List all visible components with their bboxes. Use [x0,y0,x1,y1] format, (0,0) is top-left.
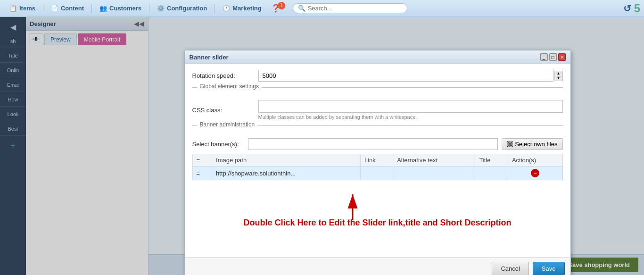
delete-row-button[interactable]: − [531,169,539,177]
marketing-icon: 🕐 [223,5,230,12]
css-class-label: CSS class: [192,107,254,114]
modal-footer: Cancel Save [185,258,570,275]
nav-sep-1 [43,4,43,13]
banner-admin-section: Banner administration Select banner(s): … [192,125,563,246]
search-input[interactable] [308,5,402,12]
nav-items[interactable]: 📋 Items [4,3,41,14]
sidebar-item-sh[interactable]: sh [0,34,26,48]
col-link: Link [361,154,393,167]
modal-minimize-button[interactable]: _ [540,53,548,61]
sidebar-item-look[interactable]: Look [0,108,26,121]
row-actions: − [508,167,562,180]
sidebar-item-onlin[interactable]: Onlin [0,64,26,77]
modal-controls: _ □ ✕ [540,53,566,61]
col-image-path: Image path [212,154,361,167]
select-banner-row: Select banner(s): 🖼 Select own files [192,138,563,150]
select-own-files-button[interactable]: 🖼 Select own files [502,138,562,150]
nav-customers[interactable]: 👥 Customers [94,3,147,14]
nav-configuration[interactable]: ⚙️ Configuration [151,3,213,14]
select-banner-input[interactable] [248,138,498,150]
nav-items-label: Items [19,5,35,12]
css-class-hint: Multiple classes can be added by separat… [258,114,563,120]
folder-icon: 🖼 [507,141,513,148]
add-section-button[interactable]: + [7,137,20,155]
col-drag: = [192,154,212,167]
rotation-speed-row: Rotation speed: ▲ ▼ [192,70,563,82]
css-class-row: CSS class: Multiple classes can be added… [192,100,563,120]
nav-content-label: Content [61,5,84,12]
modal-overlay: Banner slider _ □ ✕ Rotation speed: [26,17,644,275]
nav-customers-label: Customers [109,5,141,12]
content-icon: 📄 [51,5,58,12]
col-alt-text: Alternative text [393,154,475,167]
spinner-up-button[interactable]: ▲ [554,71,563,76]
logo-icon: ↺ [623,3,631,14]
col-title: Title [475,154,508,167]
nav-sep-3 [149,4,149,13]
global-settings-section: Global element settings CSS class: Multi… [192,87,563,120]
row-link [361,167,393,180]
nav-sep-4 [215,4,215,13]
banner-slider-modal: Banner slider _ □ ✕ Rotation speed: [184,50,571,275]
modal-titlebar: Banner slider _ □ ✕ [185,50,570,64]
banner-table: = Image path Link Alternative text Title… [192,154,563,180]
banner-table-body: = http://shopware.solutionthin... − [192,167,562,180]
sidebar-item-how[interactable]: How [0,93,26,107]
nav-marketing[interactable]: 🕐 Marketing [217,3,267,14]
rotation-speed-label: Rotation speed: [192,72,254,79]
save-button[interactable]: Save [533,262,565,275]
select-banners-label: Select banner(s): [192,141,244,148]
banner-admin-title: Banner administration [197,121,258,128]
row-title [475,167,508,180]
config-icon: ⚙️ [157,5,165,12]
content-area: Designer ◀◀ 👁 Preview Mobile Portrait Ba… [26,17,644,275]
nav-marketing-label: Marketing [232,5,261,12]
modal-title: Banner slider [190,54,229,61]
sidebar-toggle[interactable]: ◀ [8,21,18,33]
annotation-area: Double Click Here to Edit the Slider lin… [192,180,563,246]
modal-body: Rotation speed: ▲ ▼ Global element set [185,64,570,258]
main-area: ◀ sh Title Onlin Emai How Look Best + De… [0,17,644,275]
table-row[interactable]: = http://shopware.solutionthin... − [192,167,562,180]
modal-restore-button[interactable]: □ [549,53,557,61]
rotation-speed-input[interactable] [258,70,553,82]
annotation-text: Double Click Here to Edit the Slider lin… [196,218,559,228]
row-image-path: http://shopware.solutionthin... [212,167,361,180]
modal-close-button[interactable]: ✕ [558,53,566,61]
rotation-speed-input-wrap: ▲ ▼ [258,70,563,82]
annotation-arrow-icon [339,185,367,223]
row-alt-text [393,167,475,180]
col-actions: Action(s) [508,154,562,167]
nav-right: ↺ 5 [623,2,640,15]
row-drag-handle[interactable]: = [192,167,212,180]
notification-badge: 1 [278,2,285,9]
search-bar[interactable]: 🔍 [293,3,407,13]
nav-sep-2 [91,4,92,13]
css-class-input[interactable] [258,100,563,113]
spinner-down-button[interactable]: ▼ [554,76,563,81]
sidebar-item-best[interactable]: Best [0,122,26,136]
search-icon: 🔍 [298,5,305,12]
css-class-input-wrap: Multiple classes can be added by separat… [258,100,563,120]
items-icon: 📋 [9,5,17,12]
customers-icon: 👥 [99,5,107,12]
cancel-button[interactable]: Cancel [492,262,528,275]
nav-content[interactable]: 📄 Content [45,3,90,14]
sidebar-item-emai[interactable]: Emai [0,78,26,92]
select-own-files-label: Select own files [515,141,557,148]
topnav: 📋 Items 📄 Content 👥 Customers ⚙️ Configu… [0,0,644,17]
banner-table-header: = Image path Link Alternative text Title… [192,154,562,167]
nav-config-label: Configuration [167,5,207,12]
sidebar: ◀ sh Title Onlin Emai How Look Best + [0,17,26,275]
nav-number: 5 [634,2,640,15]
global-settings-title: Global element settings [197,83,262,90]
sidebar-item-title[interactable]: Title [0,49,26,63]
rotation-speed-spinner: ▲ ▼ [554,71,563,81]
